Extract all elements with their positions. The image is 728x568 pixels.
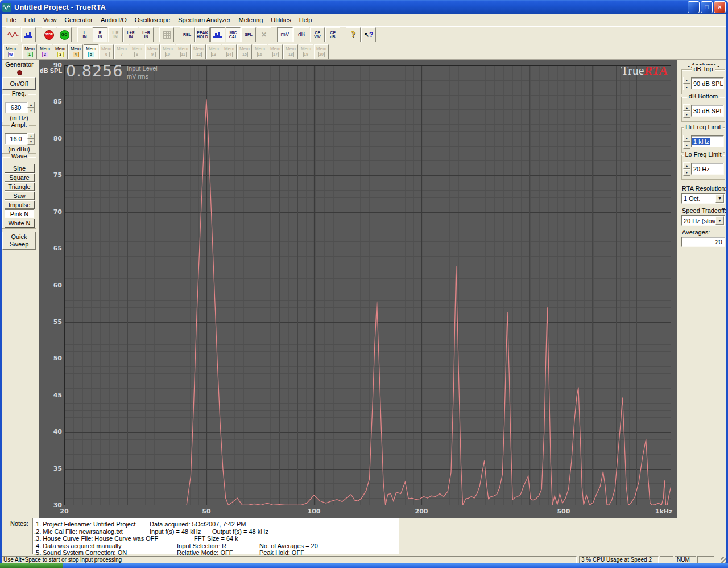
- mem-3-button[interactable]: Mem3: [53, 44, 68, 59]
- plot-area[interactable]: [64, 65, 671, 505]
- menu-item-view[interactable]: View: [39, 15, 61, 24]
- close-button[interactable]: ×: [714, 1, 726, 13]
- mem-4-button[interactable]: Mem4: [68, 44, 83, 59]
- diff-input-button[interactable]: L−RIN: [139, 27, 154, 42]
- y-axis-unit-label: dB SPL: [40, 67, 62, 74]
- db-top-spinner[interactable]: ▲▼: [683, 77, 690, 90]
- wave-impulse-button[interactable]: Impulse: [5, 200, 34, 209]
- y-tick-45: 45: [39, 392, 62, 399]
- taskbar-edge[interactable]: [0, 563, 728, 568]
- stop-button[interactable]: STOP: [42, 27, 56, 42]
- stereo-input-button[interactable]: L RIN: [108, 27, 123, 42]
- menu-item-oscilloscope[interactable]: Oscilloscope: [131, 15, 174, 24]
- x-tick-100: 100: [307, 508, 320, 515]
- hi-freq-selected-text: 1 kHz: [692, 138, 710, 145]
- mem-chip-15: 15: [242, 52, 248, 57]
- window-title: Untitled Project - TrueRTA: [14, 3, 686, 11]
- maximize-button[interactable]: □: [701, 1, 713, 13]
- mem-chip-11: 11: [180, 52, 187, 57]
- mv-units-button[interactable]: mV: [277, 27, 293, 42]
- spectrum-display-button[interactable]: [21, 27, 36, 42]
- mem-chip-14: 14: [226, 52, 233, 57]
- y-tick-75: 75: [39, 171, 62, 179]
- mic-cal-button[interactable]: MICCAL: [226, 27, 241, 42]
- menu-item-generator[interactable]: Generator: [60, 15, 97, 24]
- wave-saw-button[interactable]: Saw: [5, 191, 34, 200]
- crest-db-button[interactable]: CFdB: [325, 27, 340, 42]
- note-line-4-segment: .4. Data was acquired manually: [34, 542, 121, 549]
- menu-item-help[interactable]: Help: [295, 15, 316, 24]
- cpu-usage-panel: 3 % CPU Usage at Speed 2: [579, 556, 659, 563]
- mem-2-button[interactable]: Mem2: [38, 44, 52, 59]
- hi-freq-caption: Hi Freq Limit: [684, 124, 722, 130]
- spectrum-bars-icon: [23, 31, 34, 39]
- averages-input[interactable]: 20: [681, 237, 725, 247]
- menu-item-metering[interactable]: Metering: [235, 15, 267, 24]
- right-input-button[interactable]: RIN: [93, 27, 107, 42]
- db-top-input[interactable]: 90 dB SPL: [691, 77, 724, 89]
- bar-mode-button[interactable]: [210, 27, 225, 42]
- ampl-input[interactable]: 16.0: [5, 133, 27, 145]
- sum-input-button[interactable]: L+RIN: [123, 27, 138, 42]
- quick-sweep-button[interactable]: Quick Sweep: [2, 232, 36, 250]
- title-bar[interactable]: Untitled Project - TrueRTA _ □ ×: [0, 0, 728, 14]
- menu-item-edit[interactable]: Edit: [20, 15, 39, 24]
- note-line-3-segment: .3. House Curve File: House Curve was OF…: [34, 535, 158, 542]
- hi-freq-input[interactable]: 1 kHz: [691, 135, 724, 147]
- menu-bar: FileEditViewGeneratorAudio I/OOscillosco…: [0, 14, 728, 26]
- x-tick-200: 200: [415, 508, 428, 515]
- sine-generator-button[interactable]: [6, 27, 20, 42]
- wave-triangle-button[interactable]: Triangle: [5, 182, 34, 191]
- wave-pink-n-button[interactable]: Pink N: [5, 209, 34, 218]
- mem-w-button[interactable]: MemW: [3, 44, 18, 59]
- grid-button[interactable]: [159, 27, 174, 42]
- wave-square-button[interactable]: Square: [5, 173, 34, 182]
- menu-item-spectrum-analyzer[interactable]: Spectrum Analyzer: [174, 15, 234, 24]
- mem-chip-6: 6: [104, 52, 110, 57]
- speed-tradeoff-dropdown-arrow-icon[interactable]: ▼: [715, 216, 724, 225]
- notes-text-area[interactable]: .1. Project Filename: Untitled ProjectDa…: [32, 518, 399, 554]
- db-bottom-input[interactable]: 30 dB SPL: [691, 105, 724, 117]
- hi-freq-spinner[interactable]: ▲▼: [683, 135, 690, 149]
- db-bottom-spinner[interactable]: ▲▼: [683, 104, 690, 118]
- relative-mode-button[interactable]: REL: [180, 27, 195, 42]
- ampl-spinner[interactable]: ▲▼: [27, 133, 35, 145]
- crest-vv-button[interactable]: CFV/V: [310, 27, 325, 42]
- go-icon: GO: [60, 30, 69, 40]
- wave-white-n-button[interactable]: White N: [5, 219, 34, 227]
- wave-caption: Wave: [10, 153, 29, 159]
- help-button[interactable]: ?: [346, 27, 361, 42]
- note-line-2-segment: Input f(s) = 48 kHz: [150, 528, 201, 535]
- speed-tradeoff-dropdown[interactable]: 20 Hz (slow) ▼: [681, 215, 725, 226]
- mem-19-button: Mem19: [299, 44, 313, 59]
- peak-hold-button[interactable]: PEAKHOLD: [195, 27, 210, 42]
- mem-12-button: Mem12: [191, 44, 206, 59]
- clear-button[interactable]: ✕: [257, 27, 271, 42]
- go-button[interactable]: GO: [57, 27, 72, 42]
- mem-5-button[interactable]: Mem5: [84, 44, 98, 59]
- mem-1-button[interactable]: Mem1: [22, 44, 37, 59]
- mem-14-button: Mem14: [222, 44, 237, 59]
- rta-resolution-dropdown-arrow-icon[interactable]: ▼: [715, 194, 724, 203]
- start-button-edge[interactable]: [0, 563, 63, 568]
- y-tick-80: 80: [39, 135, 62, 142]
- db-units-button[interactable]: dB: [293, 27, 309, 42]
- rta-resolution-dropdown[interactable]: 1 Oct. ▼: [681, 193, 725, 204]
- menu-item-file[interactable]: File: [2, 15, 20, 24]
- context-help-button[interactable]: ↖?: [361, 27, 376, 42]
- left-input-button[interactable]: LIN: [77, 27, 92, 42]
- spl-button[interactable]: SPL: [241, 27, 256, 42]
- menu-item-audio-i-o[interactable]: Audio I/O: [97, 15, 131, 24]
- menu-item-utilities[interactable]: Utilities: [267, 15, 295, 24]
- wave-sine-button[interactable]: Sine: [5, 164, 34, 172]
- mem-17-button: Mem17: [268, 44, 283, 59]
- mem-chip-W: W: [8, 52, 14, 57]
- minimize-button[interactable]: _: [688, 1, 700, 13]
- lo-freq-input[interactable]: 20 Hz: [691, 163, 724, 175]
- generator-onoff-button[interactable]: On/Off: [2, 77, 36, 90]
- lo-freq-group: Lo Freq Limit ▲▼ 20 Hz: [681, 155, 725, 180]
- analyzer-panel: - Analyzer - dB Top ▲▼ 90 dB SPL dB Bott…: [680, 60, 727, 518]
- freq-input[interactable]: 630: [5, 102, 27, 113]
- freq-spinner[interactable]: ▲▼: [27, 102, 35, 113]
- lo-freq-spinner[interactable]: ▲▼: [683, 162, 690, 176]
